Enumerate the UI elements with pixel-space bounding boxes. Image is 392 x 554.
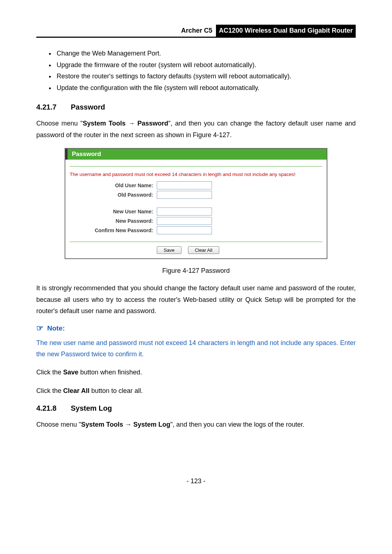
list-item: Update the configuration with the file (… <box>55 82 356 94</box>
panel-warning: The username and password must not excee… <box>65 167 327 181</box>
old-username-input[interactable] <box>157 181 212 189</box>
old-username-label: Old User Name: <box>70 182 157 188</box>
section-title: System Log <box>71 404 112 412</box>
list-item: Upgrade the firmware of the router (syst… <box>55 59 356 71</box>
list-item: Restore the router's settings to factory… <box>55 71 356 82</box>
panel-button-row: Save Clear All <box>70 242 322 258</box>
password-intro: Choose menu "System Tools → Password", a… <box>36 118 356 141</box>
save-instruction: Click the Save button when finished. <box>36 367 356 378</box>
section-number: 4.21.8 <box>36 404 71 413</box>
section-heading-password: 4.21.7Password <box>36 103 356 111</box>
model-name: Archer C5 <box>181 25 216 37</box>
note-heading: ☞ Note: <box>36 324 356 332</box>
new-password-input[interactable] <box>157 217 212 225</box>
save-button[interactable]: Save <box>157 246 181 254</box>
panel-title: Password <box>65 149 327 160</box>
clear-all-button[interactable]: Clear All <box>188 246 219 254</box>
product-name: AC1200 Wireless Dual Band Gigabit Router <box>216 25 356 37</box>
figure-password: Password The username and password must … <box>36 148 356 259</box>
new-username-label: New User Name: <box>70 209 157 214</box>
figure-caption: Figure 4-127 Password <box>36 267 356 275</box>
recommendation-paragraph: It is strongly recommended that you shou… <box>36 283 356 317</box>
doc-header: Archer C5 AC1200 Wireless Dual Band Giga… <box>36 25 356 38</box>
section-heading-systemlog: 4.21.8System Log <box>36 404 356 413</box>
confirm-password-input[interactable] <box>157 226 212 234</box>
page-number: - 123 - <box>36 477 356 485</box>
section-title: Password <box>71 103 105 111</box>
bullet-list: Change the Web Management Port. Upgrade … <box>36 48 356 94</box>
pointer-icon: ☞ <box>36 324 44 332</box>
clear-instruction: Click the Clear All button to clear all. <box>36 385 356 397</box>
note-paragraph: The new user name and password must not … <box>36 337 356 360</box>
old-password-label: Old Password: <box>70 192 157 198</box>
list-item: Change the Web Management Port. <box>55 48 356 59</box>
section-number: 4.21.7 <box>36 103 71 111</box>
new-username-input[interactable] <box>157 208 212 216</box>
router-ui-panel: Password The username and password must … <box>65 148 327 259</box>
new-password-label: New Password: <box>70 218 157 224</box>
systemlog-intro: Choose menu "System Tools → System Log",… <box>36 419 356 431</box>
note-label: Note: <box>47 324 65 332</box>
confirm-password-label: Confirm New Password: <box>70 227 157 233</box>
old-password-input[interactable] <box>157 191 212 199</box>
